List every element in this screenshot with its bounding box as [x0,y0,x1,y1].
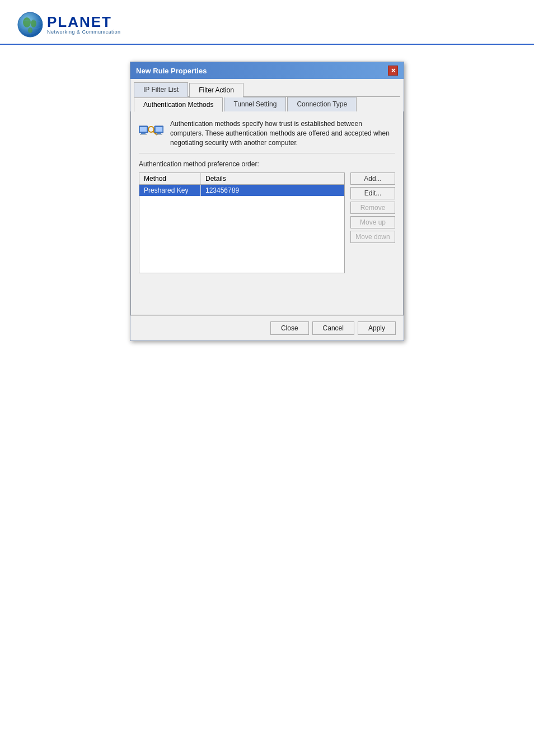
cancel-button[interactable]: Cancel [312,321,354,335]
logo-name: PLANET [47,15,121,29]
col-header-details: Details [201,173,344,184]
tabs-container: IP Filter List Filter Action Authenticat… [130,79,404,111]
svg-rect-9 [141,133,146,134]
dialog-body: Authentication methods specify how trust… [130,111,404,315]
move-up-button[interactable]: Move up [350,216,395,228]
tabs-row-2: Authentication Methods Tunnel Setting Co… [134,96,400,111]
svg-rect-10 [140,134,147,135]
tab-connection-type[interactable]: Connection Type [287,97,357,111]
remove-button[interactable]: Remove [350,202,395,214]
svg-point-2 [31,20,36,27]
main-content: New Rule Properties ✕ IP Filter List Fil… [0,45,534,358]
table-row[interactable]: Preshared Key 123456789 [139,185,344,196]
apply-button[interactable]: Apply [358,321,396,335]
info-text: Authentication methods specify how trust… [170,119,395,147]
logo-tagline: Networking & Communication [47,29,121,35]
dialog-title: New Rule Properties [136,67,207,75]
tab-filter-action[interactable]: Filter Action [189,83,243,97]
auth-icon [139,120,163,142]
logo-text: PLANET Networking & Communication [47,15,121,35]
tab-ip-filter-list[interactable]: IP Filter List [134,82,188,97]
svg-point-1 [23,17,31,27]
method-table-header: Method Details [139,173,344,185]
planet-logo-icon [17,11,44,38]
method-table: Method Details Preshared Key 123456789 [139,172,345,273]
dialog-window: New Rule Properties ✕ IP Filter List Fil… [130,62,404,341]
add-button[interactable]: Add... [350,172,395,185]
cell-details: 123456789 [201,185,344,196]
tab-tunnel-setting[interactable]: Tunnel Setting [224,97,286,111]
info-section: Authentication methods specify how trust… [139,119,395,153]
tabs-row-1: IP Filter List Filter Action [134,82,400,97]
dialog-titlebar: New Rule Properties ✕ [130,62,404,79]
svg-rect-18 [156,134,162,135]
svg-rect-17 [157,133,161,134]
section-label: Authentication method preference order: [139,160,395,168]
dialog-footer: Close Cancel Apply [130,315,404,340]
header: PLANET Networking & Communication [0,0,534,45]
move-down-button[interactable]: Move down [350,231,395,243]
svg-rect-16 [156,127,162,132]
method-area: Method Details Preshared Key 123456789 A… [139,172,395,273]
logo: PLANET Networking & Communication [17,11,121,38]
spacer [139,273,395,307]
tab-authentication-methods[interactable]: Authentication Methods [134,97,223,112]
cell-method: Preshared Key [139,185,201,196]
col-header-method: Method [139,173,201,184]
dialog-close-button[interactable]: ✕ [388,66,398,76]
edit-button[interactable]: Edit... [350,187,395,199]
side-buttons: Add... Edit... Remove Move up Move down [350,172,395,243]
close-button[interactable]: Close [270,321,309,335]
svg-rect-8 [140,127,147,132]
